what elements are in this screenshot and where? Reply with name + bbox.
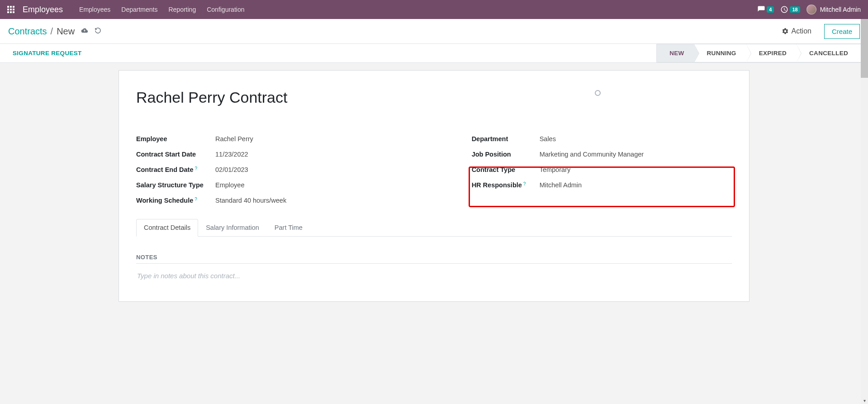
nav-link-reporting[interactable]: Reporting	[168, 6, 196, 13]
messages-badge: 4	[767, 6, 774, 13]
tab-contract-details[interactable]: Contract Details	[136, 219, 198, 237]
label-hr-responsible: HR Responsible?	[472, 181, 540, 189]
apps-menu-icon[interactable]	[7, 6, 14, 13]
nav-links: Employees Departments Reporting Configur…	[79, 6, 244, 13]
value-hr-responsible[interactable]: Mitchell Admin	[540, 181, 582, 189]
chat-icon	[757, 5, 765, 14]
value-end-date[interactable]: 02/01/2023	[215, 166, 248, 173]
status-running[interactable]: RUNNING	[694, 44, 746, 62]
label-start-date: Contract Start Date	[136, 151, 215, 158]
label-department: Department	[472, 135, 540, 143]
form-sheet: Rachel Perry Contract Employee Rachel Pe…	[119, 70, 749, 302]
clock-icon	[780, 5, 788, 14]
sub-bar: SIGNATURE REQUEST NEW RUNNING EXPIRED CA…	[0, 44, 868, 63]
status-new[interactable]: NEW	[656, 44, 694, 62]
breadcrumb-leaf: New	[57, 26, 75, 37]
value-contract-type[interactable]: Temporary	[540, 166, 571, 173]
scroll-thumb[interactable]	[861, 19, 868, 78]
status-chain: NEW RUNNING EXPIRED CANCELLED	[656, 44, 862, 62]
help-icon[interactable]: ?	[523, 181, 526, 186]
breadcrumb-separator: /	[51, 26, 53, 37]
notes-input[interactable]	[136, 264, 732, 288]
create-button[interactable]: Create	[824, 24, 860, 39]
avatar	[806, 5, 816, 14]
nav-link-departments[interactable]: Departments	[121, 6, 157, 13]
value-employee[interactable]: Rachel Perry	[215, 135, 253, 143]
user-name: Mitchell Admin	[820, 6, 861, 13]
gear-icon	[782, 28, 789, 35]
label-contract-type: Contract Type	[472, 166, 540, 173]
tab-part-time[interactable]: Part Time	[267, 219, 310, 236]
tab-salary-information[interactable]: Salary Information	[198, 219, 267, 236]
label-salary-structure-type: Salary Structure Type	[136, 181, 215, 189]
tabs: Contract Details Salary Information Part…	[136, 219, 732, 237]
cloud-upload-icon[interactable]	[81, 27, 88, 35]
discard-icon[interactable]	[95, 27, 101, 35]
value-working-schedule[interactable]: Standard 40 hours/week	[215, 197, 286, 204]
messages-button[interactable]: 4	[757, 5, 774, 14]
user-menu[interactable]: Mitchell Admin	[806, 5, 861, 14]
activities-badge: 18	[790, 6, 800, 13]
notes-heading: NOTES	[136, 254, 732, 264]
label-employee: Employee	[136, 135, 215, 143]
top-navbar: Employees Employees Departments Reportin…	[0, 0, 868, 19]
signature-request-button[interactable]: SIGNATURE REQUEST	[13, 44, 82, 62]
kanban-state-dot[interactable]	[595, 90, 601, 96]
action-label: Action	[792, 27, 811, 35]
value-department[interactable]: Sales	[540, 135, 556, 143]
status-expired[interactable]: EXPIRED	[746, 44, 797, 62]
record-title: Rachel Perry Contract	[136, 89, 287, 106]
help-icon[interactable]: ?	[194, 197, 197, 202]
fields-right-column: Department Sales Job Position Marketing …	[472, 131, 732, 208]
label-working-schedule: Working Schedule?	[136, 197, 215, 204]
label-end-date: Contract End Date?	[136, 166, 215, 173]
label-job-position: Job Position	[472, 151, 540, 158]
action-dropdown[interactable]: Action	[782, 27, 811, 35]
nav-link-configuration[interactable]: Configuration	[207, 6, 244, 13]
value-start-date[interactable]: 11/23/2022	[215, 151, 248, 158]
nav-link-employees[interactable]: Employees	[79, 6, 110, 13]
value-salary-structure-type[interactable]: Employee	[215, 181, 244, 189]
breadcrumb: Contracts / New	[8, 26, 75, 37]
scrollbar[interactable]: ▴ ▾	[861, 19, 868, 320]
notes-section: NOTES	[136, 254, 732, 288]
app-brand[interactable]: Employees	[23, 5, 63, 14]
fields-left-column: Employee Rachel Perry Contract Start Dat…	[136, 131, 454, 208]
status-cancelled[interactable]: CANCELLED	[797, 44, 862, 62]
value-job-position[interactable]: Marketing and Community Manager	[540, 151, 644, 158]
breadcrumb-root[interactable]: Contracts	[8, 26, 47, 37]
activities-button[interactable]: 18	[780, 5, 800, 14]
help-icon[interactable]: ?	[195, 166, 198, 171]
action-bar: Contracts / New Action Create	[0, 19, 868, 44]
